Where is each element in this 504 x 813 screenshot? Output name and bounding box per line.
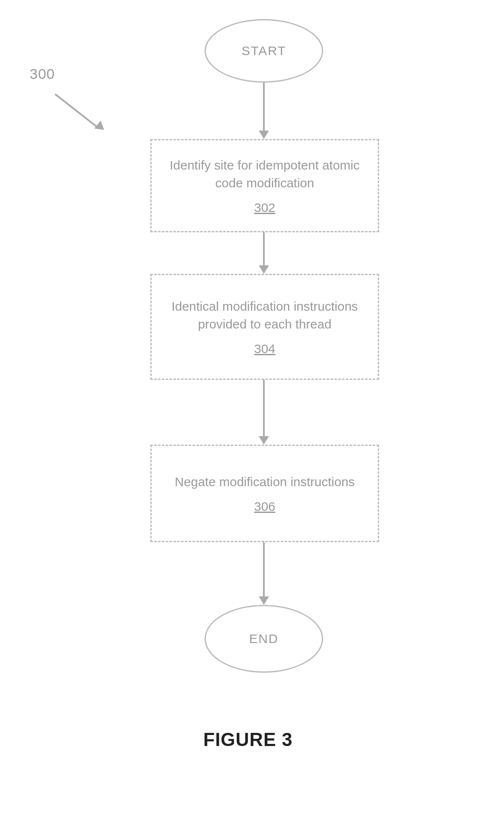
arrow-304-306-line [263, 380, 265, 437]
step-304-node: Identical modification instructions prov… [150, 274, 379, 380]
step-306-node: Negate modification instructions 306 [150, 445, 379, 542]
arrow-302-304-line [263, 232, 265, 266]
start-label: START [241, 44, 286, 58]
start-node: START [205, 19, 323, 83]
arrow-start-302-head [259, 131, 269, 139]
arrow-start-302-line [263, 83, 265, 131]
step-304-label: Identical modification instructions prov… [160, 298, 369, 333]
arrow-302-304-head [259, 265, 269, 274]
figure-caption: FIGURE 3 [203, 729, 293, 750]
reference-number-label: 300 [30, 66, 55, 82]
step-302-node: Identify site for idempotent atomic code… [150, 139, 379, 232]
end-node: END [205, 605, 323, 673]
reference-pointer-line [55, 93, 99, 128]
step-302-label: Identify site for idempotent atomic code… [160, 156, 369, 192]
step-302-ref: 302 [254, 200, 275, 215]
step-306-label: Negate modification instructions [174, 473, 354, 491]
arrow-304-306-head [259, 436, 269, 445]
step-304-ref: 304 [254, 342, 275, 356]
end-label: END [249, 632, 278, 646]
arrow-306-end-head [259, 596, 269, 605]
arrow-306-end-line [263, 542, 265, 597]
reference-pointer-head [94, 120, 108, 134]
flowchart-canvas: 300 START Identify site for idempotent a… [0, 0, 504, 813]
step-306-ref: 306 [254, 499, 275, 514]
